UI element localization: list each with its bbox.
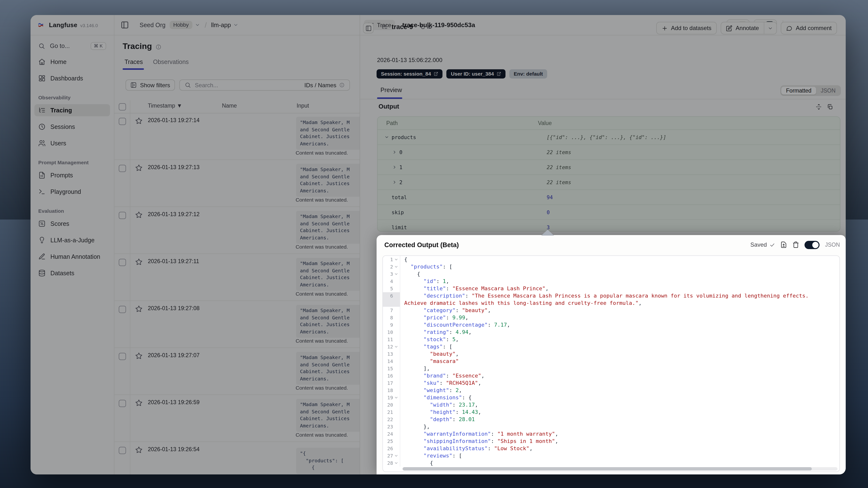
app-window: Langfuse v3.146.0 Go to... ⌘ K HomeDashb… (31, 15, 846, 475)
fold-spacer (394, 417, 398, 422)
code-text: "beauty", (400, 350, 459, 358)
code-text: "warrantyInformation": "1 month warranty… (400, 430, 558, 437)
code-line-1[interactable]: 1{ (383, 256, 839, 263)
code-text: }, (400, 423, 430, 430)
gutter: 12 (383, 343, 400, 350)
gutter: 27 (383, 452, 400, 459)
code-line-8[interactable]: 8 "price": 9.99, (383, 314, 839, 321)
fold-spacer (394, 425, 398, 429)
code-text: ], (400, 365, 430, 372)
line-number: 2 (390, 263, 393, 270)
gutter: 10 (383, 329, 400, 336)
gutter: 4 (383, 278, 400, 285)
trash-icon[interactable] (793, 241, 799, 248)
code-line-15[interactable]: 15 ], (383, 365, 839, 372)
gutter: 1 (383, 256, 400, 263)
code-text: "price": 9.99, (400, 314, 468, 321)
code-line-26[interactable]: 26 "availabilityStatus": "Low Stock", (383, 445, 839, 452)
gutter: 6 (383, 292, 400, 300)
line-number: 13 (387, 350, 393, 358)
code-line-12[interactable]: 12 "tags": [ (383, 343, 839, 350)
gutter: 8 (383, 314, 400, 321)
gutter: 5 (383, 285, 400, 292)
code-text: "width": 23.17, (400, 401, 478, 408)
code-line-6-wrap[interactable]: Achieve dramatic lashes with this long-l… (383, 300, 839, 307)
code-line-2[interactable]: 2 "products": [ (383, 263, 839, 270)
chevron-down-icon[interactable] (394, 265, 398, 269)
gutter: 23 (383, 423, 400, 430)
saved-status: Saved (750, 241, 775, 248)
line-number: 25 (387, 437, 393, 445)
code-line-7[interactable]: 7 "category": "beauty", (383, 307, 839, 314)
code-line-24[interactable]: 24 "warrantyInformation": "1 month warra… (383, 430, 839, 437)
code-line-3[interactable]: 3 { (383, 270, 839, 278)
line-number: 3 (390, 270, 393, 278)
code-line-17[interactable]: 17 "sku": "RCH45Q1A", (383, 379, 839, 387)
gutter: 11 (383, 336, 400, 343)
code-line-13[interactable]: 13 "beauty", (383, 350, 839, 358)
code-line-9[interactable]: 9 "discountPercentage": 7.17, (383, 321, 839, 329)
line-number: 21 (387, 408, 393, 416)
line-number: 14 (387, 358, 393, 365)
line-number: 16 (387, 372, 393, 379)
toggle-knob (812, 242, 819, 248)
chevron-down-icon[interactable] (394, 272, 398, 276)
code-line-23[interactable]: 23 }, (383, 423, 839, 430)
code-line-4[interactable]: 4 "id": 1, (383, 278, 839, 285)
fold-spacer (394, 279, 398, 283)
code-line-11[interactable]: 11 "stock": 5, (383, 336, 839, 343)
fold-spacer (394, 308, 398, 312)
code-line-27[interactable]: 27 "reviews": [ (383, 452, 839, 459)
chevron-down-icon[interactable] (394, 454, 398, 458)
json-editor[interactable]: 1{2 "products": [3 {4 "id": 1,5 "title":… (382, 255, 840, 472)
code-line-21[interactable]: 21 "height": 14.43, (383, 408, 839, 416)
code-text: { (400, 256, 407, 263)
line-number: 15 (387, 365, 393, 372)
gutter: 9 (383, 321, 400, 329)
code-text: "title": "Essence Mascara Lash Prince", (400, 285, 549, 292)
line-number: 4 (390, 278, 393, 285)
gutter: 14 (383, 358, 400, 365)
code-line-16[interactable]: 16 "brand": "Essence", (383, 372, 839, 379)
code-line-28[interactable]: 28 { (383, 459, 839, 467)
line-number: 8 (390, 314, 393, 321)
gutter: 2 (383, 263, 400, 270)
fold-spacer (394, 352, 398, 356)
line-number: 24 (387, 430, 393, 437)
code-line-14[interactable]: 14 "mascara" (383, 358, 839, 365)
resize-handle[interactable] (541, 230, 554, 236)
chevron-down-icon[interactable] (394, 344, 398, 349)
gutter: 24 (383, 430, 400, 437)
gutter: 22 (383, 416, 400, 423)
check-icon (770, 242, 775, 247)
gutter: 7 (383, 307, 400, 314)
code-text: "dimensions": { (400, 394, 471, 401)
gutter: 26 (383, 445, 400, 452)
fold-spacer (394, 381, 398, 385)
json-toggle[interactable] (805, 241, 820, 249)
code-line-18[interactable]: 18 "weight": 2, (383, 387, 839, 394)
chevron-down-icon[interactable] (394, 461, 398, 465)
fold-spacer (394, 432, 398, 436)
chevron-down-icon[interactable] (394, 395, 398, 400)
code-line-25[interactable]: 25 "shippingInformation": "Ships in 1 mo… (383, 437, 839, 445)
code-text: "category": "beauty", (400, 307, 491, 314)
gutter: 17 (383, 379, 400, 387)
code-line-19[interactable]: 19 "dimensions": { (383, 394, 839, 401)
horizontal-scrollbar[interactable] (402, 467, 837, 470)
chevron-down-icon[interactable] (394, 257, 398, 262)
scrollbar-thumb[interactable] (403, 467, 812, 470)
code-line-10[interactable]: 10 "rating": 4.94, (383, 329, 839, 336)
file-diff-icon[interactable] (780, 241, 787, 248)
code-text: "tags": [ (400, 343, 453, 350)
gutter: 15 (383, 365, 400, 372)
code-text: "stock": 5, (400, 336, 459, 343)
code-line-6[interactable]: 6 "description": "The Essence Mascara La… (383, 292, 839, 300)
code-line-22[interactable]: 22 "depth": 28.01 (383, 416, 839, 423)
code-line-20[interactable]: 20 "width": 23.17, (383, 401, 839, 408)
line-number: 18 (387, 387, 393, 394)
code-line-5[interactable]: 5 "title": "Essence Mascara Lash Prince"… (383, 285, 839, 292)
fold-spacer (394, 439, 398, 444)
line-number: 23 (387, 423, 393, 430)
fold-spacer (394, 330, 398, 334)
